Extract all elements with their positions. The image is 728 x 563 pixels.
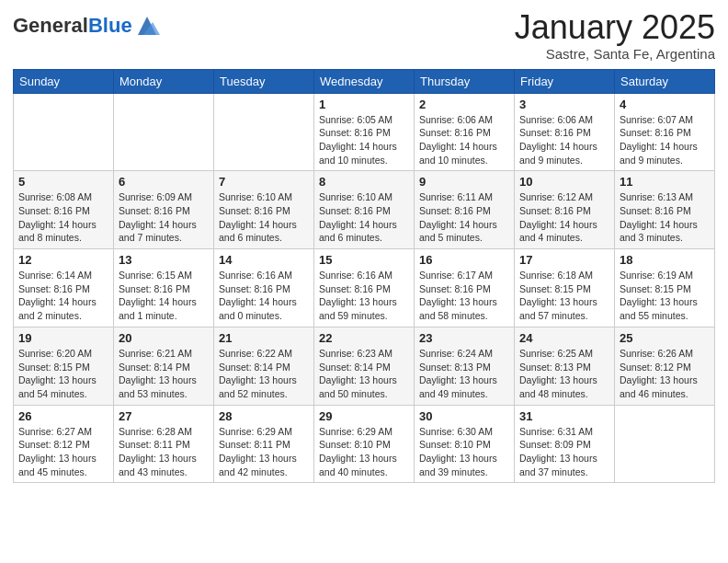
- calendar: Sunday Monday Tuesday Wednesday Thursday…: [13, 69, 715, 484]
- day-info: Sunrise: 6:25 AMSunset: 8:13 PMDaylight:…: [519, 347, 609, 401]
- calendar-cell: 28Sunrise: 6:29 AMSunset: 8:11 PMDayligh…: [214, 405, 314, 483]
- day-number: 19: [18, 331, 108, 345]
- calendar-cell: 23Sunrise: 6:24 AMSunset: 8:13 PMDayligh…: [415, 327, 515, 405]
- day-number: 21: [219, 331, 309, 345]
- day-info: Sunrise: 6:26 AMSunset: 8:12 PMDaylight:…: [620, 347, 710, 401]
- header-thursday: Thursday: [415, 69, 515, 93]
- logo-blue: Blue: [88, 14, 132, 37]
- calendar-week-3: 19Sunrise: 6:20 AMSunset: 8:15 PMDayligh…: [14, 327, 715, 405]
- logo-text: GeneralBlue: [13, 16, 132, 36]
- calendar-cell: 27Sunrise: 6:28 AMSunset: 8:11 PMDayligh…: [114, 405, 214, 483]
- day-number: 20: [119, 331, 209, 345]
- day-number: 14: [219, 253, 309, 267]
- calendar-header-row: Sunday Monday Tuesday Wednesday Thursday…: [14, 69, 715, 93]
- calendar-cell: 6Sunrise: 6:09 AMSunset: 8:16 PMDaylight…: [114, 171, 214, 249]
- calendar-cell: [14, 93, 114, 171]
- day-info: Sunrise: 6:15 AMSunset: 8:16 PMDaylight:…: [119, 269, 209, 323]
- day-info: Sunrise: 6:08 AMSunset: 8:16 PMDaylight:…: [18, 190, 108, 245]
- calendar-cell: 2Sunrise: 6:06 AMSunset: 8:16 PMDaylight…: [415, 93, 515, 171]
- calendar-cell: 7Sunrise: 6:10 AMSunset: 8:16 PMDaylight…: [214, 171, 314, 249]
- day-number: 26: [18, 409, 108, 423]
- day-number: 4: [620, 98, 710, 111]
- day-number: 10: [519, 175, 609, 189]
- day-info: Sunrise: 6:09 AMSunset: 8:16 PMDaylight:…: [119, 190, 209, 245]
- calendar-cell: 17Sunrise: 6:18 AMSunset: 8:15 PMDayligh…: [515, 249, 615, 327]
- day-number: 31: [519, 409, 609, 423]
- calendar-cell: [114, 93, 214, 171]
- page-container: GeneralBlue January 2025 Sastre, Santa F…: [0, 0, 728, 492]
- calendar-week-4: 26Sunrise: 6:27 AMSunset: 8:12 PMDayligh…: [14, 405, 715, 483]
- calendar-cell: 29Sunrise: 6:29 AMSunset: 8:10 PMDayligh…: [314, 405, 415, 483]
- header-friday: Friday: [515, 69, 615, 93]
- logo: GeneralBlue: [13, 13, 160, 39]
- day-info: Sunrise: 6:30 AMSunset: 8:10 PMDaylight:…: [419, 425, 509, 479]
- day-number: 1: [319, 98, 409, 111]
- day-info: Sunrise: 6:10 AMSunset: 8:16 PMDaylight:…: [319, 190, 409, 245]
- day-info: Sunrise: 6:11 AMSunset: 8:16 PMDaylight:…: [419, 190, 509, 245]
- day-info: Sunrise: 6:07 AMSunset: 8:16 PMDaylight:…: [620, 113, 710, 167]
- calendar-cell: 25Sunrise: 6:26 AMSunset: 8:12 PMDayligh…: [615, 327, 715, 405]
- day-info: Sunrise: 6:29 AMSunset: 8:11 PMDaylight:…: [219, 425, 309, 479]
- day-info: Sunrise: 6:19 AMSunset: 8:15 PMDaylight:…: [620, 269, 710, 323]
- day-number: 24: [519, 331, 609, 345]
- day-number: 5: [18, 175, 108, 189]
- day-number: 27: [119, 409, 209, 423]
- calendar-week-1: 5Sunrise: 6:08 AMSunset: 8:16 PMDaylight…: [14, 171, 715, 249]
- day-info: Sunrise: 6:23 AMSunset: 8:14 PMDaylight:…: [319, 347, 409, 401]
- calendar-cell: [615, 405, 715, 483]
- day-info: Sunrise: 6:05 AMSunset: 8:16 PMDaylight:…: [319, 113, 409, 167]
- calendar-cell: 31Sunrise: 6:31 AMSunset: 8:09 PMDayligh…: [515, 405, 615, 483]
- day-info: Sunrise: 6:21 AMSunset: 8:14 PMDaylight:…: [119, 347, 209, 401]
- calendar-cell: 9Sunrise: 6:11 AMSunset: 8:16 PMDaylight…: [415, 171, 515, 249]
- calendar-cell: 10Sunrise: 6:12 AMSunset: 8:16 PMDayligh…: [515, 171, 615, 249]
- logo-icon: [134, 13, 160, 39]
- calendar-cell: 4Sunrise: 6:07 AMSunset: 8:16 PMDaylight…: [615, 93, 715, 171]
- header-tuesday: Tuesday: [214, 69, 314, 93]
- day-number: 2: [419, 98, 509, 111]
- day-info: Sunrise: 6:24 AMSunset: 8:13 PMDaylight:…: [419, 347, 509, 401]
- day-number: 22: [319, 331, 409, 345]
- day-number: 30: [419, 409, 509, 423]
- header-wednesday: Wednesday: [314, 69, 415, 93]
- day-number: 18: [620, 253, 710, 267]
- day-number: 8: [319, 175, 409, 189]
- header-monday: Monday: [114, 69, 214, 93]
- calendar-cell: 20Sunrise: 6:21 AMSunset: 8:14 PMDayligh…: [114, 327, 214, 405]
- day-number: 12: [18, 253, 108, 267]
- calendar-cell: 18Sunrise: 6:19 AMSunset: 8:15 PMDayligh…: [615, 249, 715, 327]
- location: Sastre, Santa Fe, Argentina: [515, 46, 715, 62]
- calendar-cell: 19Sunrise: 6:20 AMSunset: 8:15 PMDayligh…: [14, 327, 114, 405]
- logo-general: General: [13, 14, 88, 37]
- calendar-cell: 3Sunrise: 6:06 AMSunset: 8:16 PMDaylight…: [515, 93, 615, 171]
- day-info: Sunrise: 6:22 AMSunset: 8:14 PMDaylight:…: [219, 347, 309, 401]
- calendar-cell: 12Sunrise: 6:14 AMSunset: 8:16 PMDayligh…: [14, 249, 114, 327]
- calendar-cell: 14Sunrise: 6:16 AMSunset: 8:16 PMDayligh…: [214, 249, 314, 327]
- day-info: Sunrise: 6:06 AMSunset: 8:16 PMDaylight:…: [519, 113, 609, 167]
- day-number: 7: [219, 175, 309, 189]
- day-number: 3: [519, 98, 609, 111]
- day-info: Sunrise: 6:29 AMSunset: 8:10 PMDaylight:…: [319, 425, 409, 479]
- day-info: Sunrise: 6:31 AMSunset: 8:09 PMDaylight:…: [519, 425, 609, 479]
- day-info: Sunrise: 6:17 AMSunset: 8:16 PMDaylight:…: [419, 269, 509, 323]
- title-block: January 2025 Sastre, Santa Fe, Argentina: [515, 9, 715, 62]
- day-info: Sunrise: 6:20 AMSunset: 8:15 PMDaylight:…: [18, 347, 108, 401]
- day-info: Sunrise: 6:28 AMSunset: 8:11 PMDaylight:…: [119, 425, 209, 479]
- day-number: 17: [519, 253, 609, 267]
- calendar-cell: 21Sunrise: 6:22 AMSunset: 8:14 PMDayligh…: [214, 327, 314, 405]
- calendar-cell: 15Sunrise: 6:16 AMSunset: 8:16 PMDayligh…: [314, 249, 415, 327]
- calendar-cell: 1Sunrise: 6:05 AMSunset: 8:16 PMDaylight…: [314, 93, 415, 171]
- day-number: 6: [119, 175, 209, 189]
- month-title: January 2025: [515, 9, 715, 46]
- day-info: Sunrise: 6:10 AMSunset: 8:16 PMDaylight:…: [219, 190, 309, 245]
- calendar-cell: 24Sunrise: 6:25 AMSunset: 8:13 PMDayligh…: [515, 327, 615, 405]
- calendar-cell: 16Sunrise: 6:17 AMSunset: 8:16 PMDayligh…: [415, 249, 515, 327]
- day-number: 23: [419, 331, 509, 345]
- day-info: Sunrise: 6:16 AMSunset: 8:16 PMDaylight:…: [319, 269, 409, 323]
- day-info: Sunrise: 6:06 AMSunset: 8:16 PMDaylight:…: [419, 113, 509, 167]
- header: GeneralBlue January 2025 Sastre, Santa F…: [13, 9, 715, 62]
- day-info: Sunrise: 6:27 AMSunset: 8:12 PMDaylight:…: [18, 425, 108, 479]
- calendar-cell: [214, 93, 314, 171]
- day-info: Sunrise: 6:12 AMSunset: 8:16 PMDaylight:…: [519, 190, 609, 245]
- day-number: 29: [319, 409, 409, 423]
- day-number: 25: [620, 331, 710, 345]
